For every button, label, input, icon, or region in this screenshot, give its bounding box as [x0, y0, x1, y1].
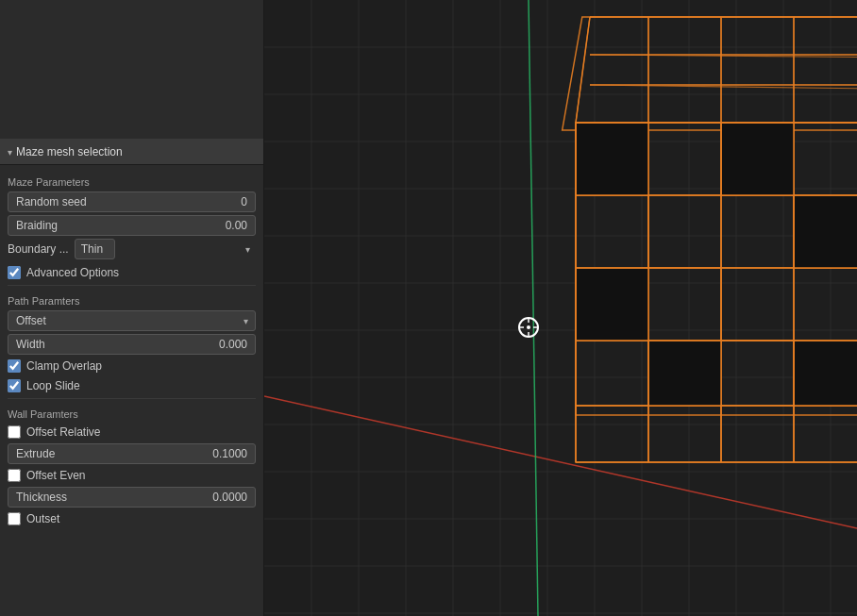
thickness-label: Thickness	[16, 491, 67, 504]
extrude-label: Extrude	[16, 447, 55, 460]
maze-mesh-selection-label: Maze mesh selection	[16, 145, 123, 158]
loop-slide-checkbox[interactable]	[8, 379, 21, 392]
clamp-overlap-label[interactable]: Clamp Overlap	[26, 359, 102, 373]
random-seed-label: Random seed	[16, 195, 87, 208]
svg-point-106	[527, 325, 530, 329]
collapse-arrow-icon: ▾	[8, 147, 12, 158]
offset-relative-label[interactable]: Offset Relative	[26, 425, 100, 439]
offset-relative-checkbox[interactable]	[8, 425, 21, 439]
width-row: Width 0.000	[8, 334, 256, 355]
thickness-value[interactable]: 0.0000	[212, 491, 247, 504]
outset-label[interactable]: Outset	[26, 512, 59, 525]
wall-parameters-label: Wall Paramters	[8, 403, 256, 424]
maze-parameters-label: Maze Parameters	[8, 171, 256, 191]
extrude-row: Extrude 0.1000	[8, 443, 256, 464]
offset-even-checkbox[interactable]	[8, 469, 21, 482]
panel-body: Maze Parameters Random seed 0 Braiding 0…	[0, 165, 263, 536]
boundary-label: Boundary ...	[8, 242, 69, 256]
loop-slide-label[interactable]: Loop Slide	[26, 379, 80, 392]
advanced-options-checkbox[interactable]	[8, 266, 21, 279]
offset-even-row: Offset Even	[8, 467, 256, 484]
top-bar-area	[0, 0, 263, 140]
random-seed-value[interactable]: 0	[241, 195, 247, 208]
svg-rect-77	[577, 124, 648, 195]
offset-even-label[interactable]: Offset Even	[26, 469, 85, 482]
extrude-value[interactable]: 0.1000	[212, 447, 247, 460]
maze-mesh-selection-header[interactable]: ▾ Maze mesh selection	[0, 140, 263, 165]
offset-select[interactable]: Offset None	[8, 310, 256, 331]
boundary-row: Boundary ... Thin Thick None	[8, 239, 256, 259]
braiding-label: Braiding	[16, 219, 58, 232]
offset-dropdown-wrapper: Offset None	[8, 310, 256, 331]
clamp-overlap-checkbox[interactable]	[8, 359, 21, 373]
advanced-options-label[interactable]: Advanced Options	[26, 266, 119, 279]
outset-row: Outset	[8, 510, 256, 527]
width-label: Width	[16, 338, 45, 351]
loop-slide-row: Loop Slide	[8, 377, 256, 394]
braiding-row: Braiding 0.00	[8, 215, 256, 236]
svg-rect-78	[722, 124, 794, 195]
braiding-value[interactable]: 0.00	[226, 219, 247, 232]
svg-rect-80	[577, 269, 648, 341]
width-value[interactable]: 0.000	[219, 338, 247, 351]
svg-rect-82	[649, 341, 721, 406]
clamp-overlap-row: Clamp Overlap	[8, 358, 256, 375]
svg-rect-0	[264, 0, 857, 616]
svg-rect-83	[795, 341, 857, 406]
boundary-dropdown-wrapper: Thin Thick None	[75, 239, 256, 259]
divider-1	[8, 285, 256, 286]
random-seed-row: Random seed 0	[8, 191, 256, 212]
path-parameters-label: Path Paramters	[8, 290, 256, 310]
divider-2	[8, 398, 256, 399]
boundary-select[interactable]: Thin Thick None	[75, 239, 115, 259]
svg-rect-79	[795, 196, 857, 268]
advanced-options-row: Advanced Options	[8, 264, 256, 281]
outset-checkbox[interactable]	[8, 512, 21, 525]
sidebar: ▾ Maze mesh selection Maze Parameters Ra…	[0, 0, 264, 616]
thickness-row: Thickness 0.0000	[8, 487, 256, 508]
offset-relative-row: Offset Relative	[8, 424, 256, 441]
3d-viewport[interactable]	[264, 0, 857, 616]
viewport-canvas	[264, 0, 857, 616]
